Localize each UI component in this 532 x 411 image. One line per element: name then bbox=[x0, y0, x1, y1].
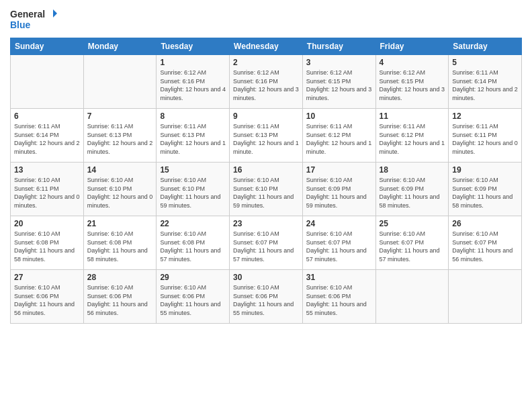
day-number: 9 bbox=[233, 111, 299, 121]
day-number: 11 bbox=[380, 111, 445, 121]
day-number: 21 bbox=[87, 219, 153, 228]
day-cell: 21Sunrise: 6:10 AMSunset: 6:08 PMDayligh… bbox=[83, 216, 157, 270]
day-cell bbox=[11, 55, 84, 109]
day-number: 7 bbox=[87, 111, 153, 121]
day-number: 25 bbox=[380, 219, 445, 228]
day-cell: 10Sunrise: 6:11 AMSunset: 6:12 PMDayligh… bbox=[302, 109, 375, 163]
logo: General Blue bbox=[10, 7, 57, 31]
day-info: Sunrise: 6:11 AMSunset: 6:14 PMDaylight:… bbox=[452, 68, 518, 102]
week-row: 20Sunrise: 6:10 AMSunset: 6:08 PMDayligh… bbox=[11, 216, 522, 270]
day-number: 20 bbox=[14, 219, 80, 228]
day-number: 15 bbox=[160, 165, 226, 175]
day-info: Sunrise: 6:10 AMSunset: 6:10 PMDaylight:… bbox=[233, 176, 299, 210]
day-info: Sunrise: 6:10 AMSunset: 6:06 PMDaylight:… bbox=[160, 283, 226, 317]
day-cell: 17Sunrise: 6:10 AMSunset: 6:09 PMDayligh… bbox=[302, 163, 375, 216]
day-number: 2 bbox=[233, 58, 299, 67]
week-row: 13Sunrise: 6:10 AMSunset: 6:11 PMDayligh… bbox=[11, 163, 522, 216]
day-cell: 23Sunrise: 6:10 AMSunset: 6:07 PMDayligh… bbox=[230, 216, 303, 270]
logo-svg: General Blue bbox=[10, 7, 57, 31]
day-number: 8 bbox=[160, 111, 226, 121]
day-cell: 19Sunrise: 6:10 AMSunset: 6:09 PMDayligh… bbox=[449, 163, 522, 216]
day-info: Sunrise: 6:10 AMSunset: 6:07 PMDaylight:… bbox=[306, 230, 372, 263]
day-cell: 15Sunrise: 6:10 AMSunset: 6:10 PMDayligh… bbox=[157, 163, 230, 216]
day-info: Sunrise: 6:10 AMSunset: 6:10 PMDaylight:… bbox=[87, 176, 153, 210]
day-cell bbox=[83, 55, 157, 109]
day-cell: 28Sunrise: 6:10 AMSunset: 6:06 PMDayligh… bbox=[83, 270, 157, 324]
day-cell: 14Sunrise: 6:10 AMSunset: 6:10 PMDayligh… bbox=[83, 163, 157, 216]
day-cell: 2Sunrise: 6:12 AMSunset: 6:16 PMDaylight… bbox=[230, 55, 303, 109]
day-number: 16 bbox=[233, 165, 299, 175]
week-row: 27Sunrise: 6:10 AMSunset: 6:06 PMDayligh… bbox=[11, 270, 522, 324]
day-number: 17 bbox=[306, 165, 372, 175]
day-cell: 31Sunrise: 6:10 AMSunset: 6:06 PMDayligh… bbox=[302, 270, 375, 324]
day-number: 12 bbox=[452, 111, 518, 121]
day-info: Sunrise: 6:10 AMSunset: 6:06 PMDaylight:… bbox=[14, 283, 80, 317]
week-row: 1Sunrise: 6:12 AMSunset: 6:16 PMDaylight… bbox=[11, 55, 522, 109]
day-number: 22 bbox=[160, 219, 226, 228]
day-info: Sunrise: 6:10 AMSunset: 6:08 PMDaylight:… bbox=[160, 230, 226, 263]
day-info: Sunrise: 6:10 AMSunset: 6:10 PMDaylight:… bbox=[160, 176, 226, 210]
day-cell: 16Sunrise: 6:10 AMSunset: 6:10 PMDayligh… bbox=[230, 163, 303, 216]
header-row: SundayMondayTuesdayWednesdayThursdayFrid… bbox=[11, 38, 522, 55]
day-info: Sunrise: 6:10 AMSunset: 6:07 PMDaylight:… bbox=[233, 230, 299, 263]
calendar-page: General Blue SundayMondayTuesdayWednesda… bbox=[0, 0, 532, 411]
day-cell: 7Sunrise: 6:11 AMSunset: 6:13 PMDaylight… bbox=[83, 109, 157, 163]
day-cell: 27Sunrise: 6:10 AMSunset: 6:06 PMDayligh… bbox=[11, 270, 84, 324]
day-cell bbox=[449, 270, 522, 324]
day-cell: 18Sunrise: 6:10 AMSunset: 6:09 PMDayligh… bbox=[375, 163, 449, 216]
day-info: Sunrise: 6:10 AMSunset: 6:09 PMDaylight:… bbox=[452, 176, 518, 210]
day-cell: 30Sunrise: 6:10 AMSunset: 6:06 PMDayligh… bbox=[230, 270, 303, 324]
day-number: 1 bbox=[160, 58, 226, 67]
day-number: 5 bbox=[452, 58, 518, 67]
weekday-header: Friday bbox=[375, 38, 449, 55]
day-number: 19 bbox=[452, 165, 518, 175]
weekday-header: Thursday bbox=[302, 38, 375, 55]
day-info: Sunrise: 6:12 AMSunset: 6:16 PMDaylight:… bbox=[160, 68, 226, 102]
svg-marker-2 bbox=[53, 9, 57, 17]
day-info: Sunrise: 6:10 AMSunset: 6:07 PMDaylight:… bbox=[380, 230, 445, 263]
day-number: 30 bbox=[233, 273, 299, 282]
day-number: 3 bbox=[306, 58, 372, 67]
week-row: 6Sunrise: 6:11 AMSunset: 6:14 PMDaylight… bbox=[11, 109, 522, 163]
day-info: Sunrise: 6:10 AMSunset: 6:08 PMDaylight:… bbox=[14, 230, 80, 263]
day-cell: 26Sunrise: 6:10 AMSunset: 6:07 PMDayligh… bbox=[449, 216, 522, 270]
day-info: Sunrise: 6:10 AMSunset: 6:09 PMDaylight:… bbox=[306, 176, 372, 210]
day-info: Sunrise: 6:10 AMSunset: 6:09 PMDaylight:… bbox=[380, 176, 445, 210]
day-info: Sunrise: 6:11 AMSunset: 6:12 PMDaylight:… bbox=[380, 122, 445, 156]
day-cell: 4Sunrise: 6:12 AMSunset: 6:15 PMDaylight… bbox=[375, 55, 449, 109]
day-cell: 13Sunrise: 6:10 AMSunset: 6:11 PMDayligh… bbox=[11, 163, 84, 216]
day-cell: 1Sunrise: 6:12 AMSunset: 6:16 PMDaylight… bbox=[157, 55, 230, 109]
day-cell: 20Sunrise: 6:10 AMSunset: 6:08 PMDayligh… bbox=[11, 216, 84, 270]
day-cell: 5Sunrise: 6:11 AMSunset: 6:14 PMDaylight… bbox=[449, 55, 522, 109]
day-cell: 11Sunrise: 6:11 AMSunset: 6:12 PMDayligh… bbox=[375, 109, 449, 163]
day-cell: 6Sunrise: 6:11 AMSunset: 6:14 PMDaylight… bbox=[11, 109, 84, 163]
day-number: 18 bbox=[380, 165, 445, 175]
day-cell: 25Sunrise: 6:10 AMSunset: 6:07 PMDayligh… bbox=[375, 216, 449, 270]
svg-text:Blue: Blue bbox=[10, 19, 31, 30]
day-info: Sunrise: 6:12 AMSunset: 6:15 PMDaylight:… bbox=[306, 68, 372, 102]
day-cell: 9Sunrise: 6:11 AMSunset: 6:13 PMDaylight… bbox=[230, 109, 303, 163]
day-cell: 12Sunrise: 6:11 AMSunset: 6:11 PMDayligh… bbox=[449, 109, 522, 163]
weekday-header: Saturday bbox=[449, 38, 522, 55]
day-info: Sunrise: 6:11 AMSunset: 6:14 PMDaylight:… bbox=[14, 122, 80, 156]
day-number: 24 bbox=[306, 219, 372, 228]
weekday-header: Wednesday bbox=[230, 38, 303, 55]
day-cell bbox=[375, 270, 449, 324]
day-number: 6 bbox=[14, 111, 80, 121]
day-cell: 22Sunrise: 6:10 AMSunset: 6:08 PMDayligh… bbox=[157, 216, 230, 270]
day-cell: 3Sunrise: 6:12 AMSunset: 6:15 PMDaylight… bbox=[302, 55, 375, 109]
day-cell: 24Sunrise: 6:10 AMSunset: 6:07 PMDayligh… bbox=[302, 216, 375, 270]
day-info: Sunrise: 6:10 AMSunset: 6:08 PMDaylight:… bbox=[87, 230, 153, 263]
day-info: Sunrise: 6:10 AMSunset: 6:06 PMDaylight:… bbox=[306, 283, 372, 317]
day-info: Sunrise: 6:10 AMSunset: 6:07 PMDaylight:… bbox=[452, 230, 518, 263]
day-number: 23 bbox=[233, 219, 299, 228]
weekday-header: Tuesday bbox=[157, 38, 230, 55]
day-cell: 29Sunrise: 6:10 AMSunset: 6:06 PMDayligh… bbox=[157, 270, 230, 324]
day-number: 26 bbox=[452, 219, 518, 228]
day-info: Sunrise: 6:12 AMSunset: 6:16 PMDaylight:… bbox=[233, 68, 299, 102]
day-info: Sunrise: 6:10 AMSunset: 6:06 PMDaylight:… bbox=[233, 283, 299, 317]
day-info: Sunrise: 6:11 AMSunset: 6:13 PMDaylight:… bbox=[87, 122, 153, 156]
day-info: Sunrise: 6:12 AMSunset: 6:15 PMDaylight:… bbox=[380, 68, 445, 102]
day-number: 14 bbox=[87, 165, 153, 175]
day-number: 31 bbox=[306, 273, 372, 282]
